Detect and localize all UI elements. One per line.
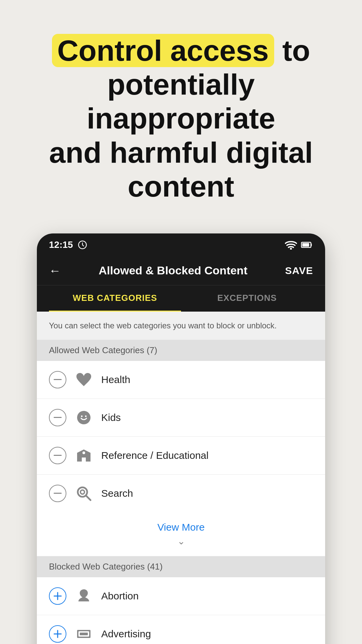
kids-icon <box>74 408 93 427</box>
blocked-list: Abortion Advertising <box>37 577 325 644</box>
blocked-section-header: Blocked Web Categories (41) <box>37 556 325 577</box>
list-item[interactable]: Abortion <box>37 577 325 615</box>
plus-toggle-abortion[interactable] <box>49 587 66 605</box>
hero-section: Control access to potentially inappropri… <box>0 0 362 223</box>
minus-toggle-search[interactable] <box>49 485 66 502</box>
reference-icon <box>74 446 93 465</box>
minus-toggle-reference[interactable] <box>49 447 66 464</box>
svg-point-6 <box>85 416 87 417</box>
svg-point-10 <box>80 490 84 494</box>
battery-icon <box>301 240 313 250</box>
view-more-text: View More <box>157 522 204 533</box>
minus-toggle-kids[interactable] <box>49 409 66 426</box>
info-description: You can select the web categories you wa… <box>37 312 325 340</box>
hero-title: Control access to potentially inappropri… <box>20 34 342 203</box>
svg-rect-13 <box>80 633 88 635</box>
plus-toggle-advertising[interactable] <box>49 625 66 643</box>
tabs-bar: WEB CATEGORIES EXCEPTIONS <box>37 285 325 312</box>
hero-highlight: Control access <box>52 34 274 67</box>
view-more-button[interactable]: View More ⌄ <box>37 512 325 556</box>
kids-label: Kids <box>101 412 121 423</box>
abortion-icon <box>74 587 93 605</box>
content-area: You can select the web categories you wa… <box>37 312 325 644</box>
advertising-label: Advertising <box>101 628 151 640</box>
search-label: Search <box>101 488 133 499</box>
svg-point-7 <box>82 451 85 454</box>
minus-toggle-health[interactable] <box>49 371 66 388</box>
svg-point-1 <box>290 248 292 250</box>
hero-line3: and harmful digital content <box>49 136 313 203</box>
save-button[interactable]: SAVE <box>285 265 313 276</box>
list-item[interactable]: Health <box>37 361 325 399</box>
list-item[interactable]: Advertising <box>37 615 325 644</box>
status-left: 12:15 <box>49 239 87 250</box>
svg-point-4 <box>77 411 90 424</box>
phone-mockup: 12:15 ← Allowed & Blocked Cont <box>37 233 325 644</box>
health-icon <box>74 370 93 389</box>
allowed-section-header: Allowed Web Categories (7) <box>37 340 325 361</box>
wifi-icon <box>285 240 297 250</box>
search-icon <box>74 484 93 503</box>
list-item[interactable]: Search <box>37 475 325 512</box>
time-display: 12:15 <box>49 239 73 250</box>
svg-point-5 <box>81 416 83 417</box>
page-title: Allowed & Blocked Content <box>99 264 247 277</box>
tab-web-categories[interactable]: WEB CATEGORIES <box>49 285 181 312</box>
chevron-down-icon: ⌄ <box>177 536 185 547</box>
list-item[interactable]: Kids <box>37 399 325 437</box>
status-bar: 12:15 <box>37 233 325 256</box>
advertising-icon <box>74 625 93 643</box>
svg-rect-3 <box>302 243 309 247</box>
app-header: ← Allowed & Blocked Content SAVE <box>37 256 325 285</box>
abortion-label: Abortion <box>101 590 139 602</box>
reference-label: Reference / Educational <box>101 450 208 461</box>
clock-icon <box>78 240 87 250</box>
health-label: Health <box>101 374 130 385</box>
svg-line-9 <box>86 496 90 500</box>
status-right <box>285 240 313 250</box>
tab-exceptions[interactable]: EXCEPTIONS <box>181 285 313 312</box>
allowed-list: Health Kids <box>37 361 325 512</box>
hero-line2: potentially inappropriate <box>87 68 275 135</box>
back-button[interactable]: ← <box>49 264 61 278</box>
list-item[interactable]: Reference / Educational <box>37 437 325 475</box>
